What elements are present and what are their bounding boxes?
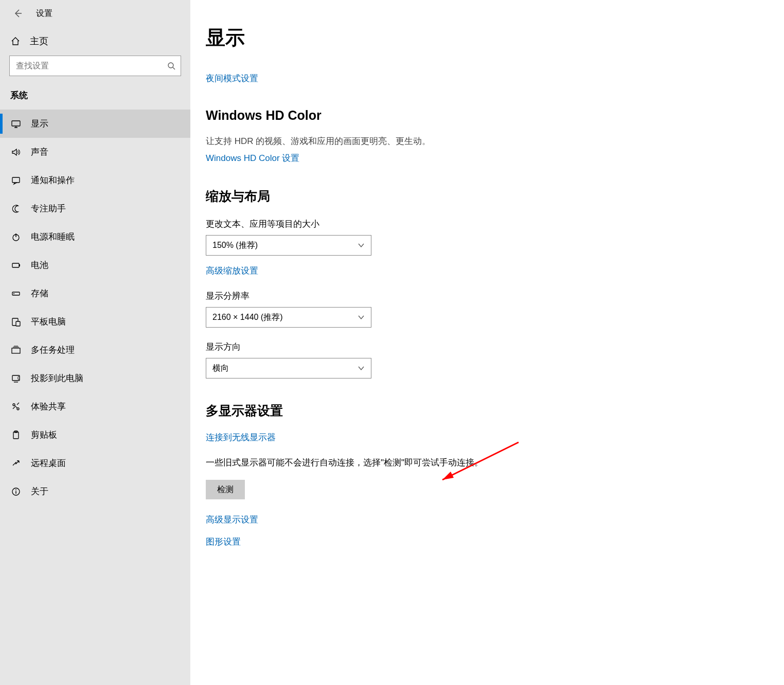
- sidebar-category: 系统: [0, 85, 190, 110]
- sidebar-item-shared[interactable]: 体验共享: [0, 392, 190, 421]
- svg-point-7: [13, 293, 14, 294]
- svg-rect-4: [12, 263, 19, 267]
- sidebar-item-notifications[interactable]: 通知和操作: [0, 166, 190, 194]
- sidebar-item-clipboard[interactable]: 剪贴板: [0, 421, 190, 449]
- sidebar-item-multitask[interactable]: 多任务处理: [0, 336, 190, 364]
- sidebar-item-label: 体验共享: [31, 401, 66, 412]
- advanced-display-link[interactable]: 高级显示设置: [206, 514, 258, 526]
- sidebar-item-about[interactable]: 关于: [0, 477, 190, 506]
- svg-point-12: [13, 404, 15, 406]
- search-box[interactable]: [9, 56, 181, 76]
- resolution-label: 显示分辨率: [206, 290, 769, 302]
- svg-rect-11: [12, 375, 20, 381]
- svg-rect-2: [12, 177, 20, 183]
- svg-marker-19: [442, 472, 454, 480]
- sidebar-nav: 显示声音通知和操作专注助手电源和睡眠电池存储平板电脑多任务处理投影到此电脑体验共…: [0, 110, 190, 506]
- about-icon: [10, 486, 22, 497]
- sidebar-item-sound[interactable]: 声音: [0, 138, 190, 166]
- sidebar-item-storage[interactable]: 存储: [0, 279, 190, 308]
- sidebar-item-label: 显示: [31, 118, 48, 130]
- svg-point-17: [15, 489, 16, 490]
- hdcolor-title: Windows HD Color: [206, 108, 769, 123]
- power-icon: [10, 232, 22, 242]
- sidebar-item-battery[interactable]: 电池: [0, 251, 190, 279]
- multi-title: 多显示器设置: [206, 402, 769, 419]
- sidebar: 设置 主页 系统 显示声音通知和操作专注助手电源和睡眠电池存储平板电脑多任务处理…: [0, 0, 190, 685]
- night-light-link[interactable]: 夜间模式设置: [206, 73, 258, 84]
- scale-select[interactable]: 150% (推荐): [206, 235, 371, 256]
- resolution-value: 2160 × 1440 (推荐): [212, 312, 283, 323]
- home-icon: [10, 36, 21, 46]
- tablet-icon: [10, 317, 22, 327]
- chevron-down-icon: [358, 365, 365, 372]
- sidebar-item-focus[interactable]: 专注助手: [0, 194, 190, 223]
- sidebar-item-label: 声音: [31, 146, 48, 158]
- multitask-icon: [10, 345, 22, 355]
- svg-point-0: [168, 63, 173, 68]
- sidebar-item-project[interactable]: 投影到此电脑: [0, 364, 190, 392]
- sidebar-item-label: 存储: [31, 287, 48, 299]
- sidebar-item-label: 投影到此电脑: [31, 372, 83, 384]
- storage-icon: [10, 289, 22, 299]
- detect-desc: 一些旧式显示器可能不会进行自动连接，选择"检测"即可尝试手动连接。: [206, 457, 769, 468]
- sidebar-item-tablet[interactable]: 平板电脑: [0, 308, 190, 336]
- sidebar-home[interactable]: 主页: [0, 27, 190, 56]
- remote-icon: [10, 458, 22, 468]
- back-arrow-icon: [13, 8, 23, 19]
- project-icon: [10, 373, 22, 384]
- sidebar-item-label: 远程桌面: [31, 457, 66, 469]
- chevron-down-icon: [358, 314, 365, 321]
- sidebar-item-power[interactable]: 电源和睡眠: [0, 223, 190, 251]
- sidebar-item-label: 电源和睡眠: [31, 231, 75, 243]
- display-icon: [10, 119, 22, 129]
- sound-icon: [10, 147, 22, 157]
- svg-rect-10: [12, 348, 20, 353]
- hdcolor-desc: 让支持 HDR 的视频、游戏和应用的画面更明亮、更生动。: [206, 135, 769, 147]
- sidebar-item-label: 通知和操作: [31, 174, 75, 186]
- back-button[interactable]: [10, 6, 26, 21]
- clipboard-icon: [10, 430, 22, 440]
- hdcolor-link[interactable]: Windows HD Color 设置: [206, 152, 299, 164]
- sidebar-item-label: 电池: [31, 259, 48, 271]
- sidebar-item-label: 专注助手: [31, 203, 66, 214]
- svg-rect-14: [13, 432, 19, 439]
- search-input[interactable]: [10, 61, 162, 70]
- sidebar-item-remote[interactable]: 远程桌面: [0, 449, 190, 477]
- wireless-display-link[interactable]: 连接到无线显示器: [206, 431, 276, 443]
- chevron-down-icon: [358, 242, 365, 249]
- shared-icon: [10, 402, 22, 412]
- notifications-icon: [10, 175, 22, 186]
- main-content: 显示 夜间模式设置 Windows HD Color 让支持 HDR 的视频、游…: [190, 0, 784, 685]
- advanced-scaling-link[interactable]: 高级缩放设置: [206, 265, 258, 277]
- svg-rect-9: [16, 321, 20, 326]
- focus-icon: [10, 204, 22, 214]
- svg-rect-1: [12, 121, 20, 126]
- app-title: 设置: [36, 8, 52, 19]
- sidebar-item-display[interactable]: 显示: [0, 110, 190, 138]
- sidebar-item-label: 多任务处理: [31, 344, 75, 356]
- svg-rect-5: [19, 264, 20, 266]
- sidebar-item-label: 关于: [31, 485, 48, 497]
- sidebar-item-label: 剪贴板: [31, 429, 57, 441]
- resolution-select[interactable]: 2160 × 1440 (推荐): [206, 307, 371, 328]
- scale-value: 150% (推荐): [212, 240, 258, 251]
- page-title: 显示: [206, 25, 769, 51]
- sidebar-item-label: 平板电脑: [31, 316, 66, 328]
- scale-label: 更改文本、应用等项目的大小: [206, 218, 769, 230]
- sidebar-home-label: 主页: [30, 35, 48, 47]
- orientation-select[interactable]: 横向: [206, 358, 371, 378]
- battery-icon: [10, 260, 22, 271]
- detect-button[interactable]: 检测: [206, 480, 245, 499]
- scaling-title: 缩放与布局: [206, 188, 769, 205]
- svg-point-13: [17, 408, 19, 410]
- orientation-value: 横向: [212, 363, 229, 374]
- orientation-label: 显示方向: [206, 341, 769, 353]
- search-icon: [162, 62, 181, 70]
- graphics-settings-link[interactable]: 图形设置: [206, 536, 241, 548]
